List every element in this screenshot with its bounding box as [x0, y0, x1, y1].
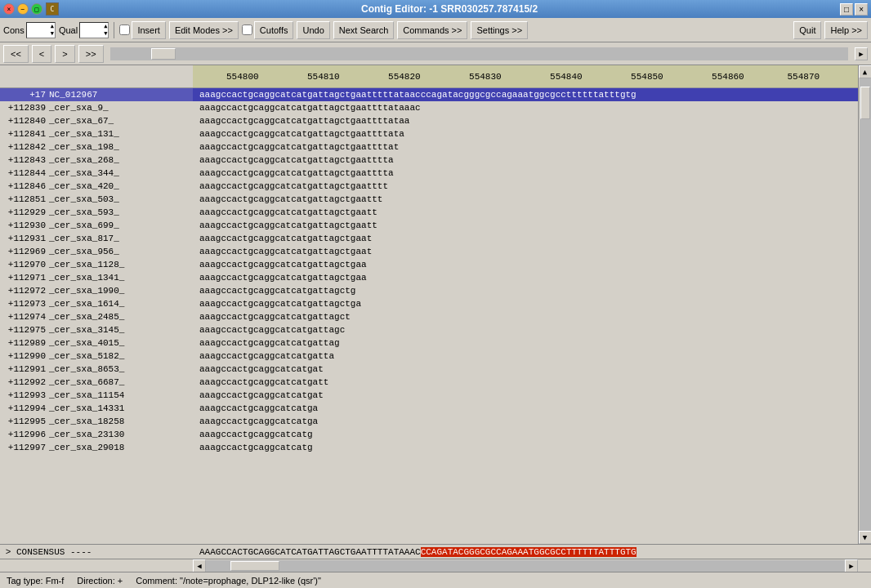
- ruler-numbers: 554800 554810 554820 554830 554840 55485…: [193, 72, 820, 82]
- window-close-button[interactable]: ×: [855, 3, 868, 16]
- vscroll-thumb[interactable]: [860, 87, 870, 119]
- left-row-11: +112931_cer_sxa_817_: [0, 232, 193, 245]
- cons-spinbox[interactable]: 2 ▲ ▼: [26, 22, 56, 38]
- cutoffs-checkbox[interactable]: [242, 24, 252, 35]
- minimize-button[interactable]: −: [17, 3, 29, 15]
- seq-row-27: aaagccactgcaggcatcatg: [193, 441, 858, 454]
- pos-num-1: +112839: [0, 103, 47, 113]
- horizontal-scrollbar[interactable]: ◀ ▶: [0, 559, 871, 572]
- qual-arrows[interactable]: ▲ ▼: [103, 23, 108, 38]
- pos-num-14: +112971: [0, 273, 47, 283]
- left-row-10: +112930_cer_sxa_699_: [0, 219, 193, 232]
- seq-row-2: aaagccactgcaggcatcatgattagctgaattttataa: [193, 114, 858, 127]
- insert-check[interactable]: Insert: [119, 21, 166, 39]
- read-name-24: _cer_sxa_14331: [47, 403, 193, 413]
- qual-input[interactable]: 0: [80, 23, 103, 38]
- pos-num-21: +112991: [0, 364, 47, 374]
- settings-button[interactable]: Settings >>: [471, 21, 528, 39]
- cons-up-arrow[interactable]: ▲: [50, 23, 55, 30]
- pos-num-8: +112851: [0, 194, 47, 204]
- window-controls[interactable]: × − □: [3, 3, 42, 15]
- left-row-12: +112969_cer_sxa_956_: [0, 245, 193, 258]
- prev-button[interactable]: <: [32, 45, 51, 63]
- maximize-button[interactable]: □: [31, 3, 42, 15]
- left-row-15: +112972_cer_sxa_1990_: [0, 284, 193, 297]
- seq-row-15: aaagccactgcaggcatcatgattagctg: [193, 284, 858, 297]
- seq-row-16: aaagccactgcaggcatcatgattagctga: [193, 297, 858, 310]
- commands-button[interactable]: Commands >>: [397, 21, 467, 39]
- insert-checkbox[interactable]: [119, 24, 130, 35]
- vertical-scrollbar[interactable]: ▲ ▼: [858, 65, 871, 544]
- cons-group: Cons 2 ▲ ▼: [3, 22, 56, 38]
- seq-row-22: aaagccactgcaggcatcatgatt: [193, 376, 858, 389]
- pos-num-10: +112930: [0, 220, 47, 230]
- pos-num-16: +112973: [0, 299, 47, 309]
- hscroll-thumb[interactable]: [230, 561, 279, 571]
- nav-toolbar: << < > >> ▶: [0, 42, 871, 65]
- consensus-row: > CONSENSUS ---- AAAGCCACTGCAGGCATCATGAT…: [0, 544, 871, 559]
- consensus-label-area: > CONSENSUS ----: [0, 547, 193, 557]
- title-bar: × − □ C Contig Editor: -1 SRR030257.7874…: [0, 0, 871, 18]
- cons-down-arrow[interactable]: ▼: [50, 30, 55, 38]
- next-search-button[interactable]: Next Search: [333, 21, 395, 39]
- first-button[interactable]: <<: [3, 45, 29, 63]
- read-name-18: _cer_sxa_3145_: [47, 325, 193, 335]
- cons-label: Cons: [3, 25, 25, 35]
- seq-row-19: aaagccactgcaggcatcatgattag: [193, 336, 858, 350]
- hscroll-left[interactable]: ◀: [193, 559, 206, 572]
- hscroll-right[interactable]: ▶: [855, 47, 868, 60]
- vscroll-up[interactable]: ▲: [859, 65, 872, 78]
- consensus-seq-highlight: CCAGATACGGGCGCCAGAAATGGCGCCTTTTTTATTTGTG: [421, 547, 636, 557]
- status-bar: Tag type: Fm-f Direction: + Comment: "/n…: [0, 572, 871, 588]
- insert-button[interactable]: Insert: [132, 21, 166, 39]
- pos-num-5: +112843: [0, 155, 47, 165]
- pos-num-9: +112929: [0, 207, 47, 217]
- close-button[interactable]: ×: [3, 3, 15, 15]
- cutoffs-check[interactable]: Cutoffs: [242, 21, 294, 39]
- cutoffs-button[interactable]: Cutoffs: [254, 21, 294, 39]
- seq-row-24: aaagccactgcaggcatcatga: [193, 402, 858, 415]
- edit-modes-button[interactable]: Edit Modes >>: [169, 21, 239, 39]
- read-name-22: _cer_sxa_6687_: [47, 377, 193, 387]
- hscroll-right2[interactable]: ▶: [845, 559, 858, 572]
- read-name-12: _cer_sxa_956_: [47, 247, 193, 256]
- left-row-13: +112970_cer_sxa_1128_: [0, 258, 193, 271]
- pos-num-25: +112995: [0, 416, 47, 426]
- cons-input[interactable]: 2: [27, 23, 50, 38]
- pos-num-12: +112969: [0, 247, 47, 256]
- read-name-4: _cer_sxa_198_: [47, 142, 193, 152]
- seq-row-20: aaagccactgcaggcatcatgatta: [193, 350, 858, 363]
- seq-row-3: aaagccactgcaggcatcatgattagctgaattttata: [193, 127, 858, 140]
- pos-num-2: +112840: [0, 116, 47, 126]
- seq-row-5: aaagccactgcaggcatcatgattagctgaatttta: [193, 154, 858, 167]
- pos-num-3: +112841: [0, 129, 47, 139]
- left-row-24: +112994_cer_sxa_14331: [0, 402, 193, 415]
- pos-num-7: +112846: [0, 181, 47, 191]
- consensus-seq-normal: AAAGCCACTGCAGGCATCATGATTAGCTGAATTTTATAAA…: [199, 547, 421, 557]
- vscroll-track[interactable]: [860, 78, 871, 531]
- qual-down-arrow[interactable]: ▼: [103, 30, 108, 38]
- sequence-column: 554800 554810 554820 554830 554840 55485…: [193, 65, 858, 544]
- quit-button[interactable]: Quit: [793, 21, 821, 39]
- pos-num-27: +112997: [0, 443, 47, 452]
- qual-spinbox[interactable]: 0 ▲ ▼: [79, 22, 109, 38]
- read-name-16: _cer_sxa_1614_: [47, 299, 193, 309]
- consensus-sequence: AAAGCCACTGCAGGCATCATGATTAGCTGAATTTTATAAA…: [193, 547, 858, 557]
- main-grid: +17NC_012967+112839_cer_sxa_9_+112840_ce…: [0, 65, 871, 572]
- cons-arrows[interactable]: ▲ ▼: [50, 23, 55, 38]
- read-name-3: _cer_sxa_131_: [47, 129, 193, 139]
- undo-button[interactable]: Undo: [297, 21, 329, 39]
- read-name-21: _cer_sxa_8653_: [47, 364, 193, 374]
- ruler-row: 554800 554810 554820 554830 554840 55485…: [193, 65, 858, 88]
- vscroll-down[interactable]: ▼: [859, 531, 872, 544]
- hscroll-track[interactable]: [206, 560, 845, 572]
- title-right-controls[interactable]: □ ×: [840, 3, 868, 16]
- last-button[interactable]: >>: [78, 45, 104, 63]
- qual-up-arrow[interactable]: ▲: [103, 23, 108, 30]
- help-button[interactable]: Help >>: [824, 21, 868, 39]
- read-name-5: _cer_sxa_268_: [47, 155, 193, 165]
- restore-button[interactable]: □: [840, 3, 853, 16]
- left-row-1: +112839_cer_sxa_9_: [0, 101, 193, 114]
- seq-row-7: aaagccactgcaggcatcatgattagctgaatttt: [193, 180, 858, 193]
- next-button[interactable]: >: [55, 45, 74, 63]
